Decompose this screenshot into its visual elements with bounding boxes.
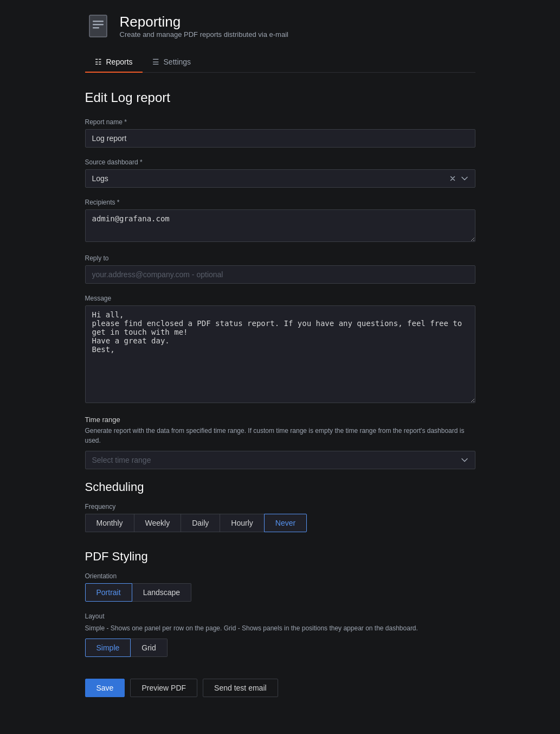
message-label: Message [85,295,475,302]
recipients-input[interactable]: admin@grafana.com [85,209,475,242]
time-range-placeholder: Select time range [92,456,461,464]
recipients-label: Recipients * [85,199,475,206]
tab-reports-label: Reports [106,58,133,66]
page-header: Reporting Create and manage PDF reports … [85,13,475,39]
message-input[interactable]: Hi all, please find enclosed a PDF statu… [85,305,475,403]
report-name-label: Report name * [85,118,475,126]
layout-group: Layout Simple - Shows one panel per row … [85,612,475,657]
frequency-hourly[interactable]: Hourly [220,514,263,532]
reply-to-label: Reply to [85,254,475,262]
scheduling-title: Scheduling [85,480,475,494]
select-actions [449,175,468,182]
frequency-daily[interactable]: Daily [181,514,220,532]
tab-settings-label: Settings [164,58,191,66]
tab-settings[interactable]: ☰ Settings [143,52,201,73]
settings-tab-icon: ☰ [152,58,159,66]
layout-label: Layout [85,612,475,620]
svg-rect-3 [93,27,99,29]
report-name-group: Report name * [85,118,475,148]
reporting-icon [85,13,111,39]
orientation-btn-group: Portrait Landscape [85,583,475,602]
reply-to-input[interactable] [85,265,475,284]
layout-grid[interactable]: Grid [131,639,167,657]
frequency-never[interactable]: Never [264,514,307,532]
app-subtitle: Create and manage PDF reports distribute… [120,30,288,39]
frequency-label: Frequency [85,503,475,510]
app-title: Reporting [120,14,288,30]
clear-icon[interactable] [449,175,456,182]
layout-simple[interactable]: Simple [85,639,131,657]
time-range-chevron [461,456,468,464]
frequency-btn-group: Monthly Weekly Daily Hourly Never [85,514,475,532]
svg-rect-0 [89,15,107,37]
send-test-email-button[interactable]: Send test email [203,679,278,697]
pdf-styling-title: PDF Styling [85,550,475,564]
reply-to-group: Reply to [85,254,475,284]
layout-btn-group: Simple Grid [85,639,475,657]
orientation-portrait[interactable]: Portrait [85,583,132,602]
orientation-group: Orientation Portrait Landscape [85,572,475,602]
frequency-weekly[interactable]: Weekly [134,514,181,532]
message-group: Message Hi all, please find enclosed a P… [85,295,475,405]
orientation-landscape[interactable]: Landscape [132,583,192,602]
svg-rect-2 [93,24,104,25]
time-range-chevron-icon [461,456,468,464]
time-range-select[interactable]: Select time range [85,451,475,469]
preview-pdf-button[interactable]: Preview PDF [130,679,197,697]
orientation-label: Orientation [85,572,475,580]
pdf-styling-section: PDF Styling Orientation Portrait Landsca… [85,550,475,657]
tab-bar: ☷ Reports ☰ Settings [85,52,475,73]
report-name-input[interactable] [85,129,475,148]
source-dashboard-value: Logs [92,174,449,183]
frequency-monthly[interactable]: Monthly [85,514,134,532]
layout-desc: Simple - Shows one panel per row on the … [85,623,475,633]
frequency-group: Frequency Monthly Weekly Daily Hourly Ne… [85,503,475,532]
chevron-down-icon [461,175,468,182]
page-title: Edit Log report [85,90,475,105]
time-range-group: Time range Generate report with the data… [85,416,475,469]
tab-reports[interactable]: ☷ Reports [85,52,143,73]
source-dashboard-select[interactable]: Logs [85,169,475,188]
time-range-desc: Generate report with the data from speci… [85,426,475,445]
recipients-group: Recipients * admin@grafana.com [85,199,475,244]
svg-rect-1 [93,21,104,22]
scheduling-section: Scheduling Frequency Monthly Weekly Dail… [85,480,475,532]
save-button[interactable]: Save [85,679,125,697]
reports-tab-icon: ☷ [95,58,102,66]
header-text: Reporting Create and manage PDF reports … [120,14,288,39]
source-dashboard-label: Source dashboard * [85,158,475,166]
main-content: Edit Log report Report name * Source das… [85,90,475,719]
bottom-actions: Save Preview PDF Send test email [85,679,475,719]
time-range-label: Time range [85,416,475,424]
source-dashboard-group: Source dashboard * Logs [85,158,475,188]
